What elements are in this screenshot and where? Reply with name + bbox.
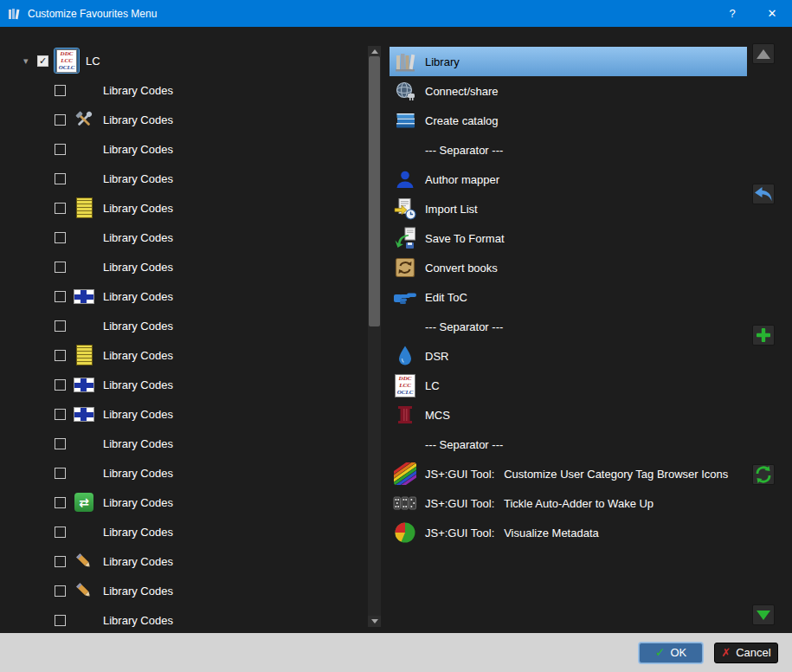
move-down-button[interactable] [752,604,775,625]
help-button[interactable]: ? [712,0,752,27]
menu-item[interactable]: Library [390,47,747,76]
menu-item[interactable]: Connect/share [390,76,747,106]
menu-item[interactable]: JS+:GUI Tool: Tickle Auto-Adder to Wake … [390,488,747,518]
item-checkbox[interactable] [55,262,66,273]
menu-item-label: JS+:GUI Tool: Tickle Auto-Adder to Wake … [425,497,654,510]
item-checkbox[interactable] [55,585,66,597]
tree-item[interactable]: Library Codes [20,311,366,340]
menu-item-icon [392,255,418,281]
item-checkbox[interactable] [55,144,66,155]
tree-item[interactable]: Library Codes [20,399,366,429]
item-icon [72,255,96,279]
item-checkbox[interactable] [55,291,66,302]
menu-item-icon [392,461,418,487]
item-icon [72,343,96,367]
scrollbar-thumb[interactable] [369,56,380,326]
item-checkbox[interactable] [55,497,66,508]
menu-item[interactable]: Save To Format [390,223,747,253]
tree-item[interactable]: ⇄Library Codes [20,488,366,517]
item-icon [72,78,96,102]
menu-item-label: Library [425,55,460,68]
menu-separator-item[interactable]: --- Separator --- [390,135,747,165]
menu-item[interactable]: Create catalog [390,106,747,135]
item-checkbox[interactable] [55,438,66,449]
item-checkbox[interactable] [55,114,66,126]
scroll-up-icon [371,49,378,54]
menu-item[interactable]: JS+:GUI Tool: Customize User Category Ta… [390,459,747,488]
tree-item[interactable]: Library Codes [20,105,366,134]
item-icon [72,431,96,456]
item-icon [72,402,96,426]
menu-item-icon [392,520,418,546]
tree-item[interactable]: Library Codes [20,546,366,576]
tree-item[interactable]: Library Codes [20,340,366,370]
menu-item-icon [392,196,418,222]
close-button[interactable]: ✕ [752,0,792,27]
menu-item-label: Save To Format [425,232,505,245]
item-icon [72,461,96,485]
scroll-down-button[interactable] [368,616,381,627]
tree-item[interactable]: Library Codes [20,281,366,311]
item-checkbox[interactable] [55,527,66,538]
ok-button[interactable]: ✓ OK [639,643,703,663]
dialog-footer: ✓ OK ✗ Cancel [0,633,792,672]
menu-item-icon [392,137,418,163]
menu-item[interactable]: MCS [390,400,747,430]
menu-item[interactable]: DDCLCCOCLCLC [390,371,747,400]
tree-item[interactable]: Library Codes [20,252,366,281]
menu-item[interactable]: Author mapper [390,165,747,194]
cancel-button[interactable]: ✗ Cancel [714,643,778,663]
tree-item[interactable]: Library Codes [20,576,366,605]
dialog-body: ▾✓DDCLCCOCLCLCLibrary CodesLibrary Codes… [0,27,792,633]
item-label: Library Codes [103,467,173,480]
menu-item-label: --- Separator --- [425,144,503,157]
menu-item[interactable]: Convert books [390,253,747,282]
menu-item[interactable]: Import List [390,194,747,223]
item-icon [72,520,96,544]
tree-item[interactable]: ▾✓DDCLCCOCLCLC [20,46,366,75]
item-checkbox[interactable] [55,203,66,214]
tree-item[interactable]: Library Codes [20,429,366,458]
item-label: Library Codes [103,408,173,421]
replace-button[interactable] [752,464,775,485]
item-label: Library Codes [103,496,173,509]
tree-item[interactable]: Library Codes [20,517,366,546]
menu-separator-item[interactable]: --- Separator --- [390,312,747,341]
item-checkbox[interactable] [55,320,66,332]
add-button[interactable] [752,325,775,346]
menu-item-label: MCS [425,409,450,422]
restore-button[interactable] [752,184,775,204]
tree-item[interactable]: Library Codes [20,75,366,105]
move-up-button[interactable] [752,43,775,64]
item-checkbox[interactable] [55,379,66,391]
menu-item-icon: DDCLCCOCLC [392,372,418,398]
item-icon [72,313,96,338]
item-checkbox[interactable] [55,615,66,626]
menu-item[interactable]: DSR [390,341,747,371]
item-icon [72,225,96,249]
item-checkbox[interactable] [55,350,66,361]
tree-item[interactable]: Library Codes [20,134,366,164]
item-checkbox[interactable] [55,468,66,479]
tree-item[interactable]: Library Codes [20,458,366,488]
menu-separator-item[interactable]: --- Separator --- [390,430,747,459]
tree-item[interactable]: Library Codes [20,193,366,223]
item-checkbox[interactable] [55,232,66,243]
menu-item[interactable]: JS+:GUI Tool: Visualize Metadata [390,518,747,547]
tree-item[interactable]: Library Codes [20,605,366,627]
tree-item[interactable]: Library Codes [20,164,366,193]
menu-item-icon [392,166,418,192]
expander-icon[interactable]: ▾ [23,55,37,67]
menu-item[interactable]: Edit ToC [390,282,747,312]
item-checkbox[interactable] [55,85,66,96]
tree-item[interactable]: Library Codes [20,223,366,252]
tree-scrollbar[interactable] [368,46,381,627]
item-checkbox[interactable]: ✓ [37,55,48,67]
item-checkbox[interactable] [55,409,66,420]
tree-item[interactable]: Library Codes [20,370,366,399]
item-checkbox[interactable] [55,556,66,567]
item-icon [72,166,96,191]
menu-item-label: Import List [425,203,478,216]
item-label: Library Codes [103,290,173,303]
item-checkbox[interactable] [55,173,66,184]
